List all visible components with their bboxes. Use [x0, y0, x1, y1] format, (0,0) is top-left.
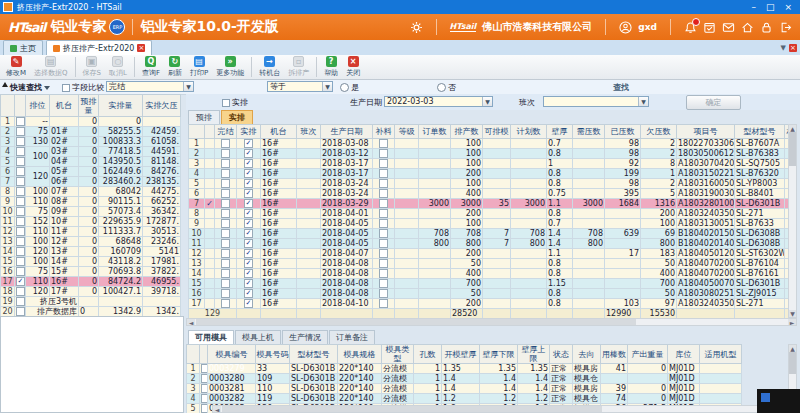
- table-row[interactable]: 3✓16#2018-03-171001928A18030704206SL-SQ7…: [189, 159, 797, 169]
- close-window-button[interactable]: ×: [784, 3, 792, 12]
- find-button[interactable]: 查找: [613, 82, 629, 93]
- table-row[interactable]: 17✓11016#084724.246955.: [1, 277, 181, 287]
- header-row[interactable]: 模具编号模具号码型材型号模具规格模具类型孔数开模壁厚壁厚下限壁厚上限状态去向用棒…: [187, 345, 742, 364]
- table-row[interactable]: 17✓16#2018-04-102000.810397A18032403501S…: [189, 299, 797, 309]
- tab-production-status[interactable]: 生产情况: [282, 330, 328, 344]
- table-row[interactable]: 5✓16#2018-03-241000.8982A18031600503SL-Y…: [189, 179, 797, 189]
- table-row[interactable]: 30003281110SL-D6301B220*140分流模11.41.41.4…: [187, 384, 742, 394]
- tab-home[interactable]: 主页: [3, 40, 43, 55]
- tab-mold-on-machine[interactable]: 模具上机: [235, 330, 281, 344]
- more-functions-button[interactable]: »更多功能: [212, 55, 248, 79]
- lock-icon[interactable]: [760, 21, 773, 34]
- print-button[interactable]: ▤打印P: [186, 55, 212, 79]
- table-row[interactable]: 15✓16#2018-04-087001.15700A18040500707SL…: [189, 279, 797, 289]
- notifications-bell-icon[interactable]: [684, 21, 697, 34]
- mold-hscrollbar[interactable]: ◄: [212, 405, 782, 413]
- table-row[interactable]: 107509#057073.436342.: [1, 207, 181, 217]
- table-row[interactable]: 410003#077418.544591.: [1, 147, 181, 157]
- user-avatar-icon[interactable]: [619, 21, 632, 34]
- table-row[interactable]: 7✓✓16#2018-03-29300030003530001.13000168…: [189, 199, 797, 209]
- refresh-button[interactable]: ↻刷新: [164, 55, 186, 79]
- table-row[interactable]: 1000327933SL-D6301B220*140分流模11.351.351.…: [187, 364, 742, 374]
- table-row[interactable]: 1✓16#2018-03-081000.798218022703306SL-B7…: [189, 139, 797, 149]
- confirm-button[interactable]: 确定: [686, 95, 741, 110]
- table-row[interactable]: 1310012#06864823246.: [1, 237, 181, 247]
- table-row[interactable]: 313002#0100833.361058.: [1, 137, 181, 147]
- table-row[interactable]: 10✓16#2018-04-0570870877081.470863969B18…: [189, 229, 797, 239]
- scroll-up-icon[interactable]: ▲: [789, 125, 796, 132]
- query-button[interactable]: Q查询F: [138, 55, 164, 79]
- shift-select[interactable]: ▼: [543, 96, 649, 107]
- table-row[interactable]: 13✓16#2018-04-08500.850A18040702001SL-B7…: [189, 259, 797, 269]
- tab-extrusion-schedule[interactable]: 挤压排产-Extr2020 ×: [46, 40, 152, 55]
- table-row[interactable]: 129285201299015530: [189, 309, 797, 319]
- table-row[interactable]: 8✓16#2018-04-012000.8200A18032403501SL-2…: [189, 209, 797, 219]
- tab-overflow-icon[interactable]: ▼: [781, 44, 786, 52]
- table-row[interactable]: 6✓16#2018-03-244000.753955A18031900301SL…: [189, 189, 797, 199]
- quickfind-dropdown-icon[interactable]: [44, 86, 50, 90]
- chevron-down-icon[interactable]: ▼: [322, 82, 332, 91]
- vscroll-thumb[interactable]: [789, 352, 796, 374]
- table-row[interactable]: 1115210#0229635.9172877.: [1, 217, 181, 227]
- table-row[interactable]: 1--00: [1, 117, 181, 127]
- quickfind-operator-select[interactable]: 等于▼: [267, 81, 333, 92]
- table-row[interactable]: 1812017#0100427.139718.: [1, 287, 181, 297]
- radio-yes[interactable]: 是: [340, 82, 359, 93]
- shipai-box-icon[interactable]: [222, 99, 230, 107]
- field-compare-box-icon[interactable]: [62, 84, 70, 92]
- close-button[interactable]: ×关闭: [342, 55, 364, 79]
- chevron-down-icon[interactable]: ▼: [183, 82, 193, 91]
- radio-no-icon[interactable]: [437, 83, 446, 92]
- schedule-hscrollbar[interactable]: ◄ ►: [186, 318, 797, 326]
- quickfind-label[interactable]: 快速查找: [10, 82, 50, 93]
- table-row[interactable]: 1412013#01607095141: [1, 247, 181, 257]
- table-row[interactable]: 167515#070693.837822.: [1, 267, 181, 277]
- table-row[interactable]: 11✓16#2018-04-0580080078001.4800800B1804…: [189, 239, 797, 249]
- scroll-right-icon[interactable]: ►: [788, 319, 796, 325]
- tab-close-icon[interactable]: ×: [137, 44, 145, 52]
- tabstrip-close-button[interactable]: ×: [789, 44, 797, 52]
- tab-actual-schedule[interactable]: 实排: [221, 110, 253, 124]
- hscroll-thumb[interactable]: [196, 319, 636, 325]
- collapse-arrow-icon[interactable]: [2, 82, 8, 87]
- home-icon[interactable]: [741, 21, 754, 34]
- table-row[interactable]: 27501#058255.542459.: [1, 127, 181, 137]
- table-row[interactable]: 20排产数据库01342.91342.: [1, 307, 181, 317]
- logout-icon[interactable]: [779, 21, 792, 34]
- scroll-down-icon[interactable]: ▼: [789, 310, 796, 317]
- header-row[interactable]: 完结实排机台班次生产日期补料等级订单数排产数可排模计划数壁厚需压数已压数欠压数项…: [189, 125, 797, 139]
- table-row[interactable]: 1510014#043118.217981.: [1, 257, 181, 267]
- hscroll-thumb[interactable]: [222, 406, 602, 412]
- table-row[interactable]: 19挤压3号机: [1, 297, 181, 307]
- help-button[interactable]: ?帮助: [320, 55, 342, 79]
- header-row[interactable]: 排位机台预排量实排量实排欠压: [1, 95, 181, 117]
- table-row[interactable]: 1211011#0111333.730513.: [1, 227, 181, 237]
- table-row[interactable]: 12✓16#2018-04-072001.117183A18040501202S…: [189, 249, 797, 259]
- modify-button[interactable]: ✎修改M: [2, 55, 30, 79]
- settings-gear-icon[interactable]: [410, 21, 423, 34]
- field-compare-checkbox[interactable]: 字段比较: [62, 82, 104, 93]
- mail-icon[interactable]: [722, 21, 735, 34]
- table-row[interactable]: 612005#0162449.684276.: [1, 167, 181, 177]
- quickfind-field-select[interactable]: 完结▼: [106, 81, 194, 92]
- shipai-checkbox[interactable]: 实排: [222, 97, 248, 108]
- table-row[interactable]: 911008#090115.166252.: [1, 197, 181, 207]
- table-row[interactable]: 20003280109SL-D6301B220*140分流模11.41.41.4…: [187, 374, 742, 384]
- table-row[interactable]: 9✓16#2018-04-051000.7100A18031300512SL-B…: [189, 219, 797, 229]
- radio-no[interactable]: 否: [437, 82, 456, 93]
- scroll-left-icon[interactable]: ◄: [187, 319, 195, 325]
- vscroll-thumb[interactable]: [789, 132, 796, 166]
- production-date-select[interactable]: 2022-03-03▼: [384, 96, 493, 107]
- radio-yes-icon[interactable]: [340, 83, 349, 92]
- table-row[interactable]: 4✓16#2018-03-172000.81991A18031502214SL-…: [189, 169, 797, 179]
- tab-available-molds[interactable]: 可用模具: [188, 330, 234, 344]
- table-row[interactable]: 14✓16#2018-04-084000.8400A18040702002SL-…: [189, 269, 797, 279]
- table-row[interactable]: 2✓16#2018-03-121000.898218030500612SL-B7…: [189, 149, 797, 159]
- table-row[interactable]: 16✓16#2018-04-08500.850A18030802512SL-ZJ…: [189, 289, 797, 299]
- minimize-button[interactable]: –: [751, 3, 756, 12]
- tasks-calendar-icon[interactable]: [703, 21, 716, 34]
- maximize-button[interactable]: □: [766, 3, 775, 12]
- transfer-machine-button[interactable]: →转机台: [255, 55, 284, 79]
- chevron-down-icon[interactable]: ▼: [482, 97, 492, 106]
- tab-order-notes[interactable]: 订单备注: [329, 330, 375, 344]
